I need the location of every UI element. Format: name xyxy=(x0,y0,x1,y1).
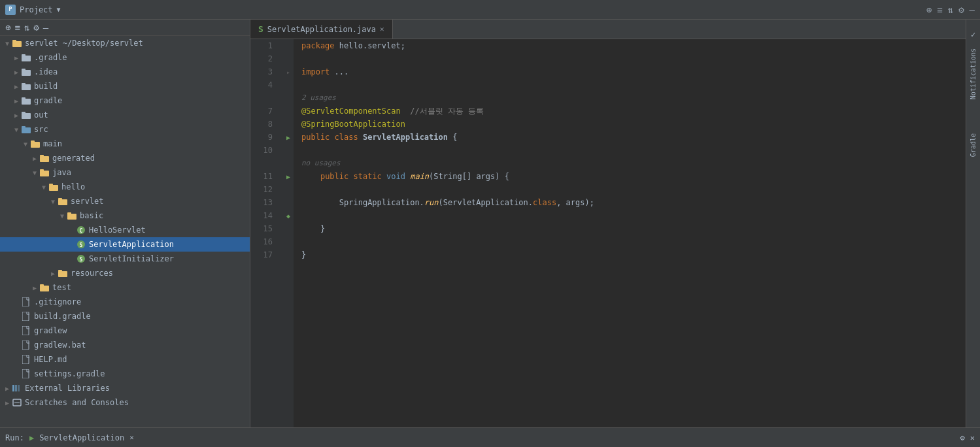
code-line-7[interactable]: public class ServletApplication { xyxy=(294,131,975,144)
tree-item-11[interactable]: ▼servlet xyxy=(0,194,250,208)
code-line-14[interactable]: } xyxy=(294,222,975,235)
tree-arrow-3[interactable]: ▶ xyxy=(12,83,21,90)
code-line-1[interactable] xyxy=(294,52,975,65)
line-number-1: 2 xyxy=(250,52,278,65)
tree-item-15[interactable]: SServletInitializer xyxy=(0,252,250,266)
tree-arrow-0[interactable]: ▼ xyxy=(3,40,12,47)
project-name[interactable]: Project xyxy=(20,5,53,14)
sidebar-tool-3[interactable]: ⇅ xyxy=(24,22,29,33)
tree-item-16[interactable]: ▶resources xyxy=(0,266,250,280)
code-line-0[interactable]: package hello.servlet; xyxy=(294,39,975,52)
gutter-line-10[interactable]: ▶ xyxy=(283,170,294,183)
run-tab-close[interactable]: ✕ xyxy=(129,433,134,442)
notifications-label[interactable]: Notifications xyxy=(970,44,977,103)
editor-tab-servletapplication[interactable]: S ServletApplication.java ✕ xyxy=(250,20,393,39)
minimize-icon[interactable]: — xyxy=(970,5,975,15)
sidebar-tool-1[interactable]: ⊕ xyxy=(5,22,10,33)
tree-file-icon-15: S xyxy=(76,254,86,264)
settings-icon[interactable]: ⚙ xyxy=(958,5,964,15)
tree-arrow-24[interactable]: ▶ xyxy=(3,385,12,392)
tree-item-3[interactable]: ▶build xyxy=(0,79,250,93)
run-gutter-icon[interactable]: ▶ xyxy=(286,173,290,180)
svg-rect-37 xyxy=(22,312,29,321)
tree-file-icon-17 xyxy=(39,282,50,293)
code-line-5[interactable]: @ServletComponentScan //서블릿 자동 등록 xyxy=(294,105,975,118)
tree-arrow-10[interactable]: ▼ xyxy=(39,184,48,191)
code-line-11[interactable] xyxy=(294,183,975,196)
svg-rect-11 xyxy=(22,112,25,114)
run-gutter-icon[interactable]: ▶ xyxy=(286,134,290,141)
sidebar-tool-4[interactable]: ⚙ xyxy=(33,22,39,33)
tree-item-5[interactable]: ▶out xyxy=(0,108,250,122)
svg-rect-22 xyxy=(58,199,67,205)
tree-file-icon-0 xyxy=(12,38,22,48)
tree-item-22[interactable]: HELP.md xyxy=(0,352,250,367)
tree-item-6[interactable]: ▼src xyxy=(0,122,250,137)
line-numbers: 12347891011121314151617 xyxy=(250,39,283,427)
tree-item-4[interactable]: ▶gradle xyxy=(0,93,250,108)
code-token: @SpringBootApplication xyxy=(301,118,405,131)
tree-item-24[interactable]: ▶External Libraries xyxy=(0,381,250,395)
tree-item-0[interactable]: ▼servlet ~/Desktop/servlet xyxy=(0,36,250,50)
run-settings-icon[interactable]: ⚙ xyxy=(960,433,965,442)
tree-arrow-8[interactable]: ▶ xyxy=(30,155,39,162)
code-line-16[interactable]: } xyxy=(294,248,975,261)
tree-item-19[interactable]: build.gradle xyxy=(0,309,250,323)
tree-item-8[interactable]: ▶generated xyxy=(0,151,250,165)
tree-arrow-2[interactable]: ▶ xyxy=(12,69,21,76)
code-line-12[interactable]: SpringApplication.run(ServletApplication… xyxy=(294,196,975,209)
code-line-8[interactable] xyxy=(294,144,975,157)
fold-icon[interactable]: ▸ xyxy=(286,69,290,76)
code-content[interactable]: package hello.servlet;import ...2 usages… xyxy=(294,39,975,427)
tree-item-1[interactable]: ▶.gradle xyxy=(0,50,250,65)
code-token: SpringApplication. xyxy=(301,196,424,209)
tree-item-20[interactable]: gradlew xyxy=(0,323,250,338)
code-line-6[interactable]: @SpringBootApplication xyxy=(294,118,975,131)
run-close-icon[interactable]: ✕ xyxy=(970,433,975,442)
code-line-10[interactable]: public static void main(String[] args) { xyxy=(294,170,975,183)
tree-arrow-9[interactable]: ▼ xyxy=(30,169,39,176)
tree-arrow-6[interactable]: ▼ xyxy=(12,126,21,133)
tree-arrow-12[interactable]: ▼ xyxy=(58,212,67,220)
tree-arrow-4[interactable]: ▶ xyxy=(12,97,21,105)
tree-arrow-17[interactable]: ▶ xyxy=(30,284,39,291)
tree-arrow-7[interactable]: ▼ xyxy=(21,141,30,148)
tab-close-icon[interactable]: ✕ xyxy=(380,25,384,33)
sidebar-tool-2[interactable]: ≡ xyxy=(14,22,20,33)
tree-item-2[interactable]: ▶.idea xyxy=(0,65,250,79)
tree-item-18[interactable]: .gitignore xyxy=(0,295,250,309)
tree-arrow-11[interactable]: ▼ xyxy=(48,198,58,205)
tree-item-7[interactable]: ▼main xyxy=(0,137,250,151)
tree-item-23[interactable]: settings.gradle xyxy=(0,367,250,381)
sync-icon[interactable]: ⊕ xyxy=(926,5,932,15)
tree-label-5: out xyxy=(34,110,48,120)
tree-arrow-1[interactable]: ▶ xyxy=(12,54,21,61)
tree-arrow-16[interactable]: ▶ xyxy=(48,270,58,277)
tree-item-21[interactable]: gradlew.bat xyxy=(0,338,250,352)
tree-item-13[interactable]: CHelloServlet xyxy=(0,223,250,237)
sort-icon[interactable]: ⇅ xyxy=(948,5,953,15)
code-line-3[interactable] xyxy=(294,78,975,91)
tree-arrow-25[interactable]: ▶ xyxy=(3,399,12,406)
tree-item-14[interactable]: SServletApplication xyxy=(0,237,250,252)
tree-item-10[interactable]: ▼hello xyxy=(0,180,250,194)
code-line-15[interactable] xyxy=(294,235,975,248)
tree-item-25[interactable]: ▶Scratches and Consoles xyxy=(0,395,250,410)
list-icon[interactable]: ≡ xyxy=(937,5,942,15)
tree-item-9[interactable]: ▼java xyxy=(0,165,250,180)
code-line-9[interactable]: no usages xyxy=(294,157,975,170)
tree-arrow-5[interactable]: ▶ xyxy=(12,112,21,119)
tree-item-12[interactable]: ▼basic xyxy=(0,208,250,223)
gutter-line-7[interactable]: ▶ xyxy=(283,131,294,144)
run-bar: Run: ▶ ServletApplication ✕ ⚙ ✕ xyxy=(0,427,980,447)
sidebar-tool-5[interactable]: — xyxy=(43,22,48,33)
gradle-label[interactable]: Gradle xyxy=(970,129,977,161)
code-lines: package hello.servlet;import ...2 usages… xyxy=(294,39,975,261)
code-line-2[interactable]: import ... xyxy=(294,65,975,78)
tree-file-icon-18 xyxy=(21,297,31,307)
tree-label-23: settings.gradle xyxy=(34,369,105,378)
tree-item-17[interactable]: ▶test xyxy=(0,280,250,295)
dropdown-arrow-icon[interactable]: ▼ xyxy=(57,6,61,13)
code-line-13[interactable] xyxy=(294,209,975,222)
code-line-4[interactable]: 2 usages xyxy=(294,91,975,105)
